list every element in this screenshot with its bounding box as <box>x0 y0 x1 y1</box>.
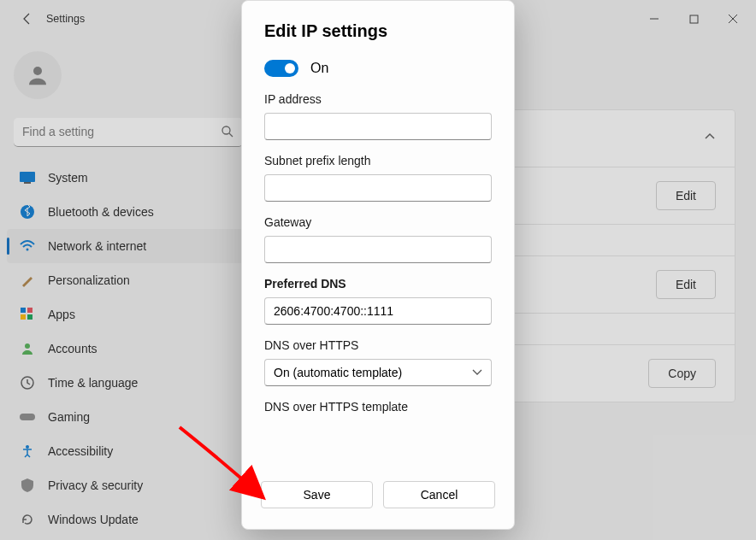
ip-toggle[interactable] <box>264 60 298 77</box>
preferred-dns-input[interactable] <box>264 297 492 325</box>
edit-ip-modal: Edit IP settings On IP address Subnet pr… <box>241 0 515 530</box>
doh-select[interactable] <box>264 359 492 386</box>
doh-template-label: DNS over HTTPS template <box>264 400 492 414</box>
subnet-input[interactable] <box>264 174 492 202</box>
toggle-label: On <box>310 61 328 76</box>
gateway-input[interactable] <box>264 236 492 263</box>
preferred-dns-label: Preferred DNS <box>264 277 492 291</box>
ip-address-input[interactable] <box>264 113 492 140</box>
save-button[interactable]: Save <box>261 481 373 508</box>
subnet-label: Subnet prefix length <box>264 154 492 167</box>
modal-title: Edit IP settings <box>264 21 492 41</box>
ip-address-label: IP address <box>264 92 492 106</box>
doh-label: DNS over HTTPS <box>264 338 492 352</box>
cancel-button[interactable]: Cancel <box>383 481 495 508</box>
gateway-label: Gateway <box>264 215 492 229</box>
settings-window: Settings System Bluetooth & devices Netw… <box>0 0 756 540</box>
